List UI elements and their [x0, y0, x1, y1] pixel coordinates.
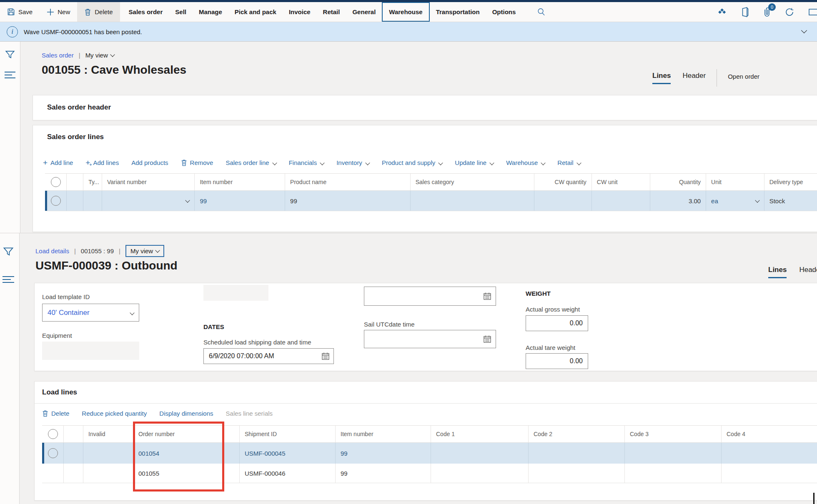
trash-icon: [181, 159, 187, 166]
retail-menu[interactable]: Retail: [557, 159, 580, 166]
display-dimensions-button[interactable]: Display dimensions: [159, 410, 213, 417]
tab-sell[interactable]: Sell: [169, 2, 193, 22]
column-header-item-number[interactable]: Item number: [195, 174, 285, 190]
item-number-cell[interactable]: 99: [336, 464, 431, 483]
column-header-sales-category[interactable]: Sales category: [411, 174, 535, 190]
inventory-menu[interactable]: Inventory: [336, 159, 369, 166]
load-template-combobox[interactable]: 40' Container: [42, 304, 139, 322]
load-details-breadcrumb-link[interactable]: Load details: [35, 247, 69, 254]
save-button[interactable]: Save: [0, 2, 40, 22]
quantity-cell[interactable]: 3.00: [650, 191, 706, 211]
variant-number-cell[interactable]: [102, 191, 195, 211]
column-header-variant-number[interactable]: Variant number: [102, 174, 195, 190]
sales-line-row[interactable]: 99 99 3.00 ea Stock: [45, 191, 817, 211]
calendar-icon[interactable]: [321, 352, 330, 362]
tab-general[interactable]: General: [346, 2, 382, 22]
dynamics-diamond-icon[interactable]: [717, 7, 727, 17]
row-select-radio[interactable]: [45, 191, 67, 211]
shipment-id-link[interactable]: USMF-000045: [240, 443, 336, 464]
delete-line-button[interactable]: Delete: [42, 410, 69, 417]
load-line-row[interactable]: 001055 USMF-000046 99: [42, 464, 817, 483]
filter-icon[interactable]: [5, 49, 15, 62]
column-header-delivery-type[interactable]: Delivery type: [764, 174, 817, 190]
add-lines-button[interactable]: ++Add lines: [85, 159, 119, 167]
refresh-icon[interactable]: [784, 7, 794, 17]
financials-menu[interactable]: Financials: [289, 159, 324, 166]
sail-utc-label: Sail UTCdate time: [364, 321, 415, 328]
column-header-cw-unit[interactable]: CW unit: [592, 174, 651, 190]
tab-options[interactable]: Options: [486, 2, 522, 22]
sales-order-tab-lines[interactable]: Lines: [652, 72, 671, 84]
column-header-code-3[interactable]: Code 3: [625, 426, 722, 442]
update-line-menu[interactable]: Update line: [455, 159, 494, 166]
order-number-cell[interactable]: 001055: [133, 464, 240, 483]
undelivered-date-input[interactable]: [364, 287, 496, 306]
gross-weight-label: Actual gross weight: [526, 306, 580, 313]
tab-invoice[interactable]: Invoice: [283, 2, 317, 22]
sales-order-breadcrumb: Sales order | My view: [42, 52, 114, 59]
task-list-icon[interactable]: [3, 276, 14, 285]
column-header-order-number[interactable]: Order number: [133, 426, 240, 442]
load-view-selector[interactable]: My view: [125, 245, 164, 257]
row-select-radio[interactable]: [42, 443, 64, 464]
warehouse-menu[interactable]: Warehouse: [506, 159, 545, 166]
item-number-link[interactable]: 99: [195, 191, 285, 211]
add-line-button[interactable]: +Add line: [43, 159, 73, 167]
tab-transportation[interactable]: Transportation: [430, 2, 486, 22]
tab-pick-and-pack[interactable]: Pick and pack: [228, 2, 283, 22]
expand-icon[interactable]: [809, 8, 817, 16]
filter-icon[interactable]: [3, 246, 14, 259]
office-apps-icon[interactable]: [741, 7, 749, 17]
column-header-shipment-id[interactable]: Shipment ID: [240, 426, 336, 442]
tare-weight-input[interactable]: [526, 353, 588, 369]
column-header-unit[interactable]: Unit: [706, 174, 764, 190]
sales-order-breadcrumb-link[interactable]: Sales order: [42, 52, 74, 59]
unit-cell[interactable]: ea: [706, 191, 764, 211]
remove-button[interactable]: Remove: [181, 159, 213, 166]
column-header-invalid[interactable]: Invalid: [83, 426, 133, 442]
delete-button[interactable]: Delete: [77, 2, 120, 22]
sail-utc-input[interactable]: [364, 330, 496, 348]
column-header-code-2[interactable]: Code 2: [529, 426, 625, 442]
column-header-product-name[interactable]: Product name: [285, 174, 411, 190]
sales-order-header-section[interactable]: Sales order header: [33, 95, 817, 120]
sales-order-line-menu[interactable]: Sales order line: [226, 159, 276, 166]
calendar-icon[interactable]: [483, 335, 491, 345]
panel-divider: [0, 233, 817, 233]
task-list-icon[interactable]: [5, 72, 15, 80]
calendar-icon[interactable]: [483, 292, 491, 302]
select-all-radio[interactable]: [42, 426, 64, 442]
tab-warehouse[interactable]: Warehouse: [382, 2, 429, 22]
gross-weight-input[interactable]: [526, 315, 588, 331]
tab-retail[interactable]: Retail: [317, 2, 346, 22]
column-header-type[interactable]: Ty...: [83, 174, 102, 190]
load-tab-lines[interactable]: Lines: [768, 266, 787, 278]
tab-sales-order[interactable]: Sales order: [123, 2, 169, 22]
sales-order-tab-header[interactable]: Header: [682, 72, 706, 83]
product-and-supply-menu[interactable]: Product and supply: [382, 159, 442, 166]
load-lines-grid-header: Invalid Order number Shipment ID Item nu…: [42, 425, 817, 443]
load-tab-header[interactable]: Header: [799, 266, 817, 277]
add-products-button[interactable]: Add products: [131, 159, 168, 166]
column-header-code-4[interactable]: Code 4: [722, 426, 817, 442]
row-select-radio[interactable]: [42, 464, 64, 483]
sales-order-view-selector[interactable]: My view: [85, 52, 114, 59]
order-number-link[interactable]: 001054: [133, 443, 240, 464]
column-header-code-1[interactable]: Code 1: [431, 426, 529, 442]
new-button[interactable]: New: [40, 2, 77, 22]
message-bar[interactable]: i Wave USMF-000000051 has been posted.: [0, 22, 817, 42]
select-all-radio[interactable]: [45, 174, 67, 190]
shipment-id-cell[interactable]: USMF-000046: [240, 464, 336, 483]
column-header-cw-quantity[interactable]: CW quantity: [534, 174, 592, 190]
reduce-picked-quantity-button[interactable]: Reduce picked quantity: [82, 410, 147, 417]
attachments-icon[interactable]: 0: [764, 7, 770, 17]
text-cursor-mark: [813, 493, 814, 504]
tab-manage[interactable]: Manage: [193, 2, 228, 22]
scheduled-shipping-input[interactable]: [203, 348, 334, 364]
column-header-item-number[interactable]: Item number: [336, 426, 431, 442]
load-line-row[interactable]: 001054 USMF-000045 99: [42, 443, 817, 464]
item-number-link[interactable]: 99: [336, 443, 431, 464]
search-icon[interactable]: [528, 2, 555, 22]
column-header-quantity[interactable]: Quantity: [650, 174, 706, 190]
message-bar-expand-icon[interactable]: [799, 28, 806, 35]
